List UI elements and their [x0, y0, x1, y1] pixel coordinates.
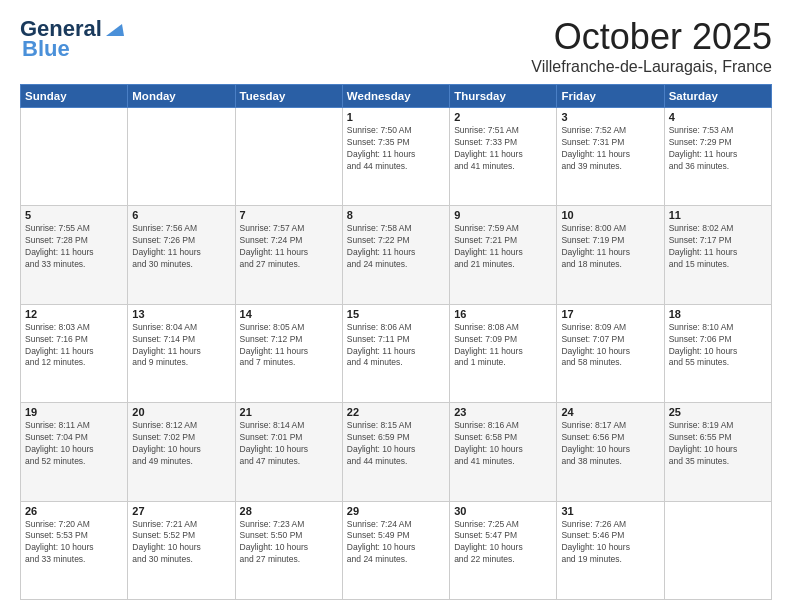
- day-number: 3: [561, 111, 659, 123]
- day-info: Sunrise: 8:04 AM Sunset: 7:14 PM Dayligh…: [132, 322, 230, 370]
- day-info: Sunrise: 8:14 AM Sunset: 7:01 PM Dayligh…: [240, 420, 338, 468]
- day-info: Sunrise: 8:05 AM Sunset: 7:12 PM Dayligh…: [240, 322, 338, 370]
- day-info: Sunrise: 8:15 AM Sunset: 6:59 PM Dayligh…: [347, 420, 445, 468]
- calendar-cell: 27Sunrise: 7:21 AM Sunset: 5:52 PM Dayli…: [128, 501, 235, 599]
- day-info: Sunrise: 7:24 AM Sunset: 5:49 PM Dayligh…: [347, 519, 445, 567]
- day-info: Sunrise: 7:26 AM Sunset: 5:46 PM Dayligh…: [561, 519, 659, 567]
- calendar-cell: 13Sunrise: 8:04 AM Sunset: 7:14 PM Dayli…: [128, 304, 235, 402]
- calendar-cell: 20Sunrise: 8:12 AM Sunset: 7:02 PM Dayli…: [128, 403, 235, 501]
- day-number: 21: [240, 406, 338, 418]
- calendar-cell: 16Sunrise: 8:08 AM Sunset: 7:09 PM Dayli…: [450, 304, 557, 402]
- day-info: Sunrise: 8:17 AM Sunset: 6:56 PM Dayligh…: [561, 420, 659, 468]
- page: General Blue October 2025 Villefranche-d…: [0, 0, 792, 612]
- day-number: 9: [454, 209, 552, 221]
- day-number: 26: [25, 505, 123, 517]
- day-number: 11: [669, 209, 767, 221]
- calendar-week-5: 26Sunrise: 7:20 AM Sunset: 5:53 PM Dayli…: [21, 501, 772, 599]
- calendar-cell: 24Sunrise: 8:17 AM Sunset: 6:56 PM Dayli…: [557, 403, 664, 501]
- calendar-cell: 8Sunrise: 7:58 AM Sunset: 7:22 PM Daylig…: [342, 206, 449, 304]
- day-number: 22: [347, 406, 445, 418]
- calendar-week-2: 5Sunrise: 7:55 AM Sunset: 7:28 PM Daylig…: [21, 206, 772, 304]
- day-number: 6: [132, 209, 230, 221]
- calendar-cell: 21Sunrise: 8:14 AM Sunset: 7:01 PM Dayli…: [235, 403, 342, 501]
- day-number: 1: [347, 111, 445, 123]
- day-info: Sunrise: 7:59 AM Sunset: 7:21 PM Dayligh…: [454, 223, 552, 271]
- location: Villefranche-de-Lauragais, France: [531, 58, 772, 76]
- col-wednesday: Wednesday: [342, 85, 449, 108]
- calendar-cell: 31Sunrise: 7:26 AM Sunset: 5:46 PM Dayli…: [557, 501, 664, 599]
- month-title: October 2025: [531, 16, 772, 58]
- day-number: 14: [240, 308, 338, 320]
- calendar-cell: 30Sunrise: 7:25 AM Sunset: 5:47 PM Dayli…: [450, 501, 557, 599]
- calendar-cell: 9Sunrise: 7:59 AM Sunset: 7:21 PM Daylig…: [450, 206, 557, 304]
- day-info: Sunrise: 8:19 AM Sunset: 6:55 PM Dayligh…: [669, 420, 767, 468]
- col-tuesday: Tuesday: [235, 85, 342, 108]
- calendar-week-3: 12Sunrise: 8:03 AM Sunset: 7:16 PM Dayli…: [21, 304, 772, 402]
- calendar-cell: 5Sunrise: 7:55 AM Sunset: 7:28 PM Daylig…: [21, 206, 128, 304]
- day-info: Sunrise: 7:57 AM Sunset: 7:24 PM Dayligh…: [240, 223, 338, 271]
- calendar-cell: 23Sunrise: 8:16 AM Sunset: 6:58 PM Dayli…: [450, 403, 557, 501]
- day-number: 15: [347, 308, 445, 320]
- day-number: 23: [454, 406, 552, 418]
- day-info: Sunrise: 7:53 AM Sunset: 7:29 PM Dayligh…: [669, 125, 767, 173]
- calendar-cell: 12Sunrise: 8:03 AM Sunset: 7:16 PM Dayli…: [21, 304, 128, 402]
- day-info: Sunrise: 8:06 AM Sunset: 7:11 PM Dayligh…: [347, 322, 445, 370]
- calendar-cell: [664, 501, 771, 599]
- logo-blue: Blue: [22, 36, 70, 62]
- day-info: Sunrise: 7:56 AM Sunset: 7:26 PM Dayligh…: [132, 223, 230, 271]
- calendar: Sunday Monday Tuesday Wednesday Thursday…: [20, 84, 772, 600]
- calendar-cell: 17Sunrise: 8:09 AM Sunset: 7:07 PM Dayli…: [557, 304, 664, 402]
- day-number: 2: [454, 111, 552, 123]
- day-info: Sunrise: 7:20 AM Sunset: 5:53 PM Dayligh…: [25, 519, 123, 567]
- day-number: 27: [132, 505, 230, 517]
- day-number: 20: [132, 406, 230, 418]
- day-info: Sunrise: 7:21 AM Sunset: 5:52 PM Dayligh…: [132, 519, 230, 567]
- day-number: 30: [454, 505, 552, 517]
- day-number: 12: [25, 308, 123, 320]
- logo-icon: [104, 18, 126, 40]
- logo: General Blue: [20, 16, 126, 62]
- calendar-cell: 25Sunrise: 8:19 AM Sunset: 6:55 PM Dayli…: [664, 403, 771, 501]
- day-number: 5: [25, 209, 123, 221]
- day-number: 13: [132, 308, 230, 320]
- day-number: 4: [669, 111, 767, 123]
- day-info: Sunrise: 7:58 AM Sunset: 7:22 PM Dayligh…: [347, 223, 445, 271]
- day-info: Sunrise: 8:08 AM Sunset: 7:09 PM Dayligh…: [454, 322, 552, 370]
- day-info: Sunrise: 8:00 AM Sunset: 7:19 PM Dayligh…: [561, 223, 659, 271]
- col-monday: Monday: [128, 85, 235, 108]
- day-number: 29: [347, 505, 445, 517]
- day-info: Sunrise: 8:16 AM Sunset: 6:58 PM Dayligh…: [454, 420, 552, 468]
- calendar-cell: 2Sunrise: 7:51 AM Sunset: 7:33 PM Daylig…: [450, 108, 557, 206]
- col-saturday: Saturday: [664, 85, 771, 108]
- day-number: 19: [25, 406, 123, 418]
- col-sunday: Sunday: [21, 85, 128, 108]
- day-info: Sunrise: 8:03 AM Sunset: 7:16 PM Dayligh…: [25, 322, 123, 370]
- calendar-cell: 15Sunrise: 8:06 AM Sunset: 7:11 PM Dayli…: [342, 304, 449, 402]
- day-info: Sunrise: 8:10 AM Sunset: 7:06 PM Dayligh…: [669, 322, 767, 370]
- header: General Blue October 2025 Villefranche-d…: [20, 16, 772, 76]
- calendar-cell: 1Sunrise: 7:50 AM Sunset: 7:35 PM Daylig…: [342, 108, 449, 206]
- day-info: Sunrise: 8:12 AM Sunset: 7:02 PM Dayligh…: [132, 420, 230, 468]
- calendar-cell: 22Sunrise: 8:15 AM Sunset: 6:59 PM Dayli…: [342, 403, 449, 501]
- calendar-header-row: Sunday Monday Tuesday Wednesday Thursday…: [21, 85, 772, 108]
- calendar-week-1: 1Sunrise: 7:50 AM Sunset: 7:35 PM Daylig…: [21, 108, 772, 206]
- calendar-cell: 7Sunrise: 7:57 AM Sunset: 7:24 PM Daylig…: [235, 206, 342, 304]
- svg-marker-0: [106, 24, 124, 36]
- calendar-cell: 18Sunrise: 8:10 AM Sunset: 7:06 PM Dayli…: [664, 304, 771, 402]
- day-number: 7: [240, 209, 338, 221]
- calendar-week-4: 19Sunrise: 8:11 AM Sunset: 7:04 PM Dayli…: [21, 403, 772, 501]
- calendar-cell: 3Sunrise: 7:52 AM Sunset: 7:31 PM Daylig…: [557, 108, 664, 206]
- calendar-cell: 10Sunrise: 8:00 AM Sunset: 7:19 PM Dayli…: [557, 206, 664, 304]
- day-number: 24: [561, 406, 659, 418]
- title-area: October 2025 Villefranche-de-Lauragais, …: [531, 16, 772, 76]
- day-info: Sunrise: 7:25 AM Sunset: 5:47 PM Dayligh…: [454, 519, 552, 567]
- day-number: 18: [669, 308, 767, 320]
- day-number: 8: [347, 209, 445, 221]
- col-friday: Friday: [557, 85, 664, 108]
- calendar-cell: [21, 108, 128, 206]
- calendar-cell: [235, 108, 342, 206]
- calendar-cell: 6Sunrise: 7:56 AM Sunset: 7:26 PM Daylig…: [128, 206, 235, 304]
- calendar-cell: 28Sunrise: 7:23 AM Sunset: 5:50 PM Dayli…: [235, 501, 342, 599]
- day-number: 10: [561, 209, 659, 221]
- day-number: 16: [454, 308, 552, 320]
